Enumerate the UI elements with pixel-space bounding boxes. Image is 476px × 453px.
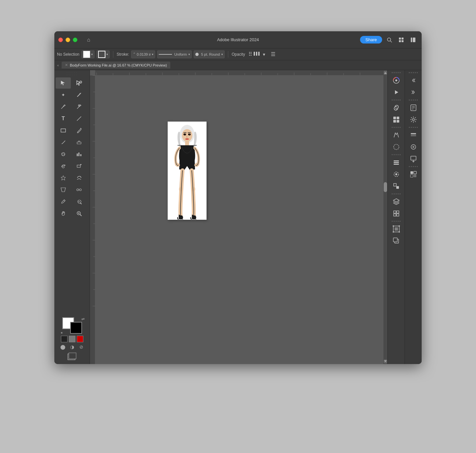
vertical-scrollbar[interactable] bbox=[383, 70, 387, 364]
magic-wand-tool[interactable] bbox=[71, 89, 87, 100]
svg-point-26 bbox=[62, 166, 64, 168]
hand-tool[interactable] bbox=[56, 208, 71, 219]
background-swatch[interactable] bbox=[70, 322, 82, 334]
spray-tool[interactable] bbox=[56, 149, 71, 160]
symbols-icon[interactable] bbox=[390, 129, 403, 141]
color-panel-icon[interactable] bbox=[390, 74, 403, 86]
tool-row-7 bbox=[56, 149, 88, 160]
pen-tool[interactable] bbox=[56, 101, 71, 112]
libraries-icon[interactable] bbox=[390, 114, 403, 126]
measure-tool[interactable] bbox=[71, 196, 87, 207]
pencil-tool[interactable] bbox=[56, 137, 71, 148]
perspective-tool[interactable] bbox=[56, 184, 71, 195]
svg-line-33 bbox=[64, 200, 65, 201]
menu-icon[interactable]: ☰ bbox=[271, 51, 275, 57]
appearance-icon[interactable] bbox=[407, 141, 420, 153]
close-button[interactable] bbox=[58, 38, 63, 42]
fill-swatch[interactable] bbox=[83, 51, 90, 58]
stroke-cap-selector[interactable]: 5 pt. Round ▾ bbox=[194, 50, 225, 58]
gray-swatch[interactable] bbox=[69, 336, 75, 342]
svg-point-91 bbox=[395, 79, 397, 81]
play-icon[interactable] bbox=[390, 86, 403, 98]
svg-point-31 bbox=[79, 189, 81, 191]
document-info-icon[interactable] bbox=[407, 102, 420, 114]
svg-point-85 bbox=[191, 187, 195, 191]
settings-icon[interactable] bbox=[407, 114, 420, 126]
blend-tool[interactable] bbox=[71, 184, 87, 195]
home-icon[interactable]: ⌂ bbox=[84, 35, 93, 44]
transform-panel-icon[interactable] bbox=[390, 180, 403, 192]
warp-tool[interactable] bbox=[71, 172, 87, 184]
links-panel-icon[interactable] bbox=[390, 102, 403, 114]
scroll-up-arrow[interactable] bbox=[384, 71, 387, 75]
collapse-left-icon[interactable] bbox=[407, 74, 420, 86]
transform2-icon[interactable] bbox=[390, 223, 403, 235]
share-button[interactable]: Share bbox=[360, 36, 382, 43]
distribute-icon[interactable] bbox=[253, 51, 260, 57]
symbol-tool[interactable] bbox=[56, 172, 71, 184]
svg-line-1 bbox=[390, 41, 392, 42]
stroke-panel-icon[interactable] bbox=[407, 129, 420, 141]
left-panel-collapse[interactable]: « bbox=[54, 60, 62, 70]
svg-point-21 bbox=[63, 155, 63, 155]
brushes-icon[interactable] bbox=[390, 141, 403, 153]
black-swatch[interactable] bbox=[61, 336, 68, 342]
svg-rect-81 bbox=[185, 141, 189, 145]
document-tab[interactable]: ✕ BodyForm Working File.ai @ 16.67 % (CM… bbox=[62, 62, 170, 69]
fill-selector[interactable]: ▾ bbox=[81, 50, 95, 58]
eyedropper-tool[interactable] bbox=[56, 196, 71, 207]
transform-icon[interactable]: ▾ bbox=[261, 51, 267, 57]
default-colors-icon[interactable]: ■ bbox=[61, 331, 63, 334]
align-panel-icon[interactable] bbox=[390, 156, 403, 168]
stroke-type-selector[interactable]: Uniform ▾ bbox=[157, 50, 192, 58]
grid-icon[interactable] bbox=[397, 35, 406, 44]
rectangle-tool[interactable] bbox=[56, 125, 71, 136]
tool-row-4: T bbox=[56, 113, 88, 124]
stroke-weight-field[interactable]: ⌃ 0.0139 ir ▾ bbox=[131, 50, 155, 58]
pathfinder-icon[interactable] bbox=[390, 168, 403, 180]
none-mode-btn[interactable]: ⊘ bbox=[77, 344, 85, 350]
duplicate-icon[interactable] bbox=[390, 235, 403, 247]
bar-chart-tool[interactable] bbox=[71, 149, 87, 160]
minimize-button[interactable] bbox=[66, 38, 70, 42]
tab-title: BodyForm Working File.ai @ 16.67 % (CMYK… bbox=[70, 63, 167, 67]
red-swatch[interactable] bbox=[77, 336, 83, 342]
fill-chevron: ▾ bbox=[91, 53, 93, 56]
graphic-styles-icon[interactable] bbox=[407, 168, 420, 180]
selection-tool[interactable] bbox=[56, 77, 71, 89]
scroll-down-arrow[interactable] bbox=[384, 359, 387, 363]
direct-selection-tool[interactable] bbox=[71, 77, 87, 89]
export-icon[interactable] bbox=[407, 153, 420, 165]
scrollbar-thumb-vertical[interactable] bbox=[384, 182, 387, 192]
tab-close-icon[interactable]: ✕ bbox=[65, 63, 68, 67]
stroke-swatch[interactable] bbox=[98, 51, 105, 58]
artboards-icon[interactable] bbox=[390, 208, 403, 219]
zoom-tool[interactable] bbox=[71, 208, 87, 219]
align-icon[interactable]: ⠿ bbox=[248, 51, 252, 57]
svg-point-36 bbox=[79, 201, 80, 202]
collapse-right-icon[interactable] bbox=[407, 86, 420, 98]
app-title: Adobe Illustrator 2024 bbox=[217, 37, 259, 42]
layers-icon[interactable] bbox=[390, 196, 403, 208]
properties-toolbar: No Selection ▾ ▾ Stroke: ⌃ 0.0139 ir ▾ U… bbox=[54, 48, 422, 60]
svg-rect-96 bbox=[397, 120, 399, 123]
swap-colors-icon[interactable]: ⇌ bbox=[81, 317, 85, 321]
paintbrush-tool[interactable] bbox=[71, 125, 87, 136]
rotate-tool[interactable] bbox=[56, 160, 71, 172]
eraser-tool[interactable] bbox=[71, 137, 87, 148]
right-panels bbox=[387, 70, 422, 364]
canvas-inner bbox=[95, 75, 383, 364]
anchor-point-tool[interactable] bbox=[71, 101, 87, 112]
stroke-selector[interactable]: ▾ bbox=[97, 50, 110, 58]
free-transform-tool[interactable] bbox=[71, 160, 87, 172]
lasso-tool[interactable]: ✦ bbox=[56, 89, 71, 100]
line-tool[interactable] bbox=[71, 113, 87, 124]
search-icon[interactable] bbox=[385, 35, 394, 44]
artboard-icon[interactable] bbox=[66, 352, 79, 361]
color-mode-btn[interactable]: ⬤ bbox=[59, 344, 67, 350]
text-tool[interactable]: T bbox=[56, 113, 71, 124]
panel-icon[interactable] bbox=[408, 35, 418, 44]
maximize-button[interactable] bbox=[73, 38, 77, 42]
svg-point-78 bbox=[188, 133, 191, 135]
gradient-mode-btn[interactable]: ◑ bbox=[68, 344, 76, 350]
